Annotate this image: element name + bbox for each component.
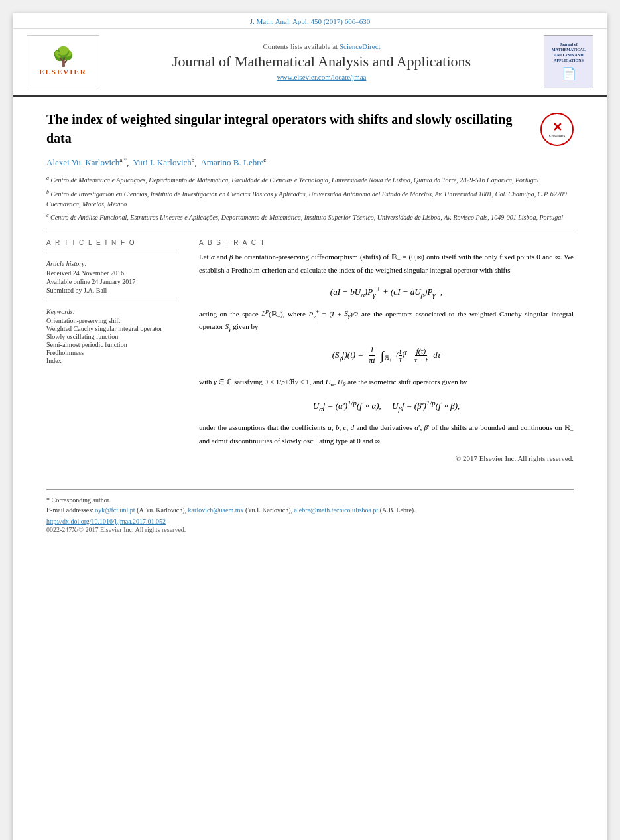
author-3-sup: c xyxy=(263,157,266,163)
crossmark-label: CrossMark xyxy=(549,133,565,138)
author-2-sup: b xyxy=(192,157,195,163)
abstract-paragraph-3: with γ ∈ ℂ satisfying 0 < 1/p+ℜγ < 1, an… xyxy=(199,376,574,389)
abstract-paragraph-1: Let α and β be orientation-preserving di… xyxy=(199,251,574,276)
elsevier-brand: ELSEVIER xyxy=(39,68,87,76)
abstract-col: A B S T R A C T Let α and β be orientati… xyxy=(199,239,574,462)
operator-formula: (aI − bUα)Pγ+ + (cI − dUβ)Pγ−, xyxy=(199,285,574,299)
article-info-label: A R T I C L E I N F O xyxy=(46,239,179,246)
affiliation-a: a Centro de Matemática e Aplicações, Dep… xyxy=(46,175,574,185)
page: J. Math. Anal. Appl. 450 (2017) 606–630 … xyxy=(13,13,607,840)
author-2-link[interactable]: Yuri I. Karlovich xyxy=(133,157,191,167)
history-label: Article history: xyxy=(46,260,179,267)
journal-center: Contents lists available at ScienceDirec… xyxy=(110,42,533,81)
issn-line: 0022-247X/© 2017 Elsevier Inc. All right… xyxy=(46,526,574,533)
keyword-4: Semi-almost periodic function xyxy=(46,341,179,348)
author-3-link[interactable]: Amarino B. Lebre xyxy=(200,157,263,167)
author-1-sup: a,* xyxy=(119,157,127,163)
paper-title: The index of weighted singular integral … xyxy=(46,110,534,147)
authors-line: Alexei Yu. Karlovicha,*, Yuri I. Karlovi… xyxy=(46,157,574,168)
elsevier-tree-icon: 🌳 xyxy=(52,48,75,66)
email-2-author: (Yu.I. Karlovich), xyxy=(245,506,294,514)
available-date: Available online 24 January 2017 xyxy=(46,278,179,285)
two-col-section: A R T I C L E I N F O Article history: R… xyxy=(46,239,574,462)
paper-content: The index of weighted singular integral … xyxy=(13,97,607,476)
crossmark-badge: ✕ CrossMark xyxy=(540,113,574,146)
shift-formula: Uαf = (α′)1/p(f ∘ α), Uβf = (β′)1/p(f ∘ … xyxy=(199,399,574,413)
integral-formula: (Sγf)(t) = 1 πi ∫ℝ+ (tτ)γ f(τ) τ − t xyxy=(199,345,574,366)
journal-thumb-icon: 📄 xyxy=(562,66,576,81)
footer-content: * Corresponding author. E-mail addresses… xyxy=(13,490,607,540)
contents-prefix: Contents lists available at xyxy=(263,42,339,50)
citation-text: J. Math. Anal. Appl. 450 (2017) 606–630 xyxy=(250,17,371,25)
keyword-1: Orientation-preserving shift xyxy=(46,317,179,324)
journal-title: Journal of Mathematical Analysis and App… xyxy=(110,53,533,70)
elsevier-logo: 🌳 ELSEVIER xyxy=(27,35,99,88)
paper-title-area: The index of weighted singular integral … xyxy=(46,110,574,147)
email-label: E-mail addresses: xyxy=(46,506,95,514)
journal-url-link[interactable]: www.elsevier.com/locate/jmaa xyxy=(277,73,367,81)
submitted-by: Submitted by J.A. Ball xyxy=(46,287,179,294)
keyword-3: Slowly oscillating function xyxy=(46,333,179,340)
keyword-6: Index xyxy=(46,357,179,364)
article-info-col: A R T I C L E I N F O Article history: R… xyxy=(46,239,179,462)
email-3[interactable]: alebre@math.tecnico.ulisboa.pt xyxy=(294,506,379,514)
doi-anchor[interactable]: http://dx.doi.org/10.1016/j.jmaa.2017.01… xyxy=(46,518,166,525)
citation-bar: J. Math. Anal. Appl. 450 (2017) 606–630 xyxy=(13,13,607,29)
keyword-2: Weighted Cauchy singular integral operat… xyxy=(46,325,179,332)
doi-link: http://dx.doi.org/10.1016/j.jmaa.2017.01… xyxy=(46,518,574,525)
science-direct-link[interactable]: ScienceDirect xyxy=(340,42,381,50)
email-1[interactable]: oyk@fct.unl.pt xyxy=(95,506,135,514)
contents-availability: Contents lists available at ScienceDirec… xyxy=(110,42,533,50)
email-1-author: (A.Yu. Karlovich), xyxy=(137,506,188,514)
affiliations: a Centro de Matemática e Aplicações, Dep… xyxy=(46,175,574,222)
abstract-paragraph-4: under the assumptions that the coefficie… xyxy=(199,422,574,447)
keywords-divider xyxy=(46,301,179,301)
email-3-author: (A.B. Lebre). xyxy=(380,506,416,514)
copyright-line: © 2017 Elsevier Inc. All rights reserved… xyxy=(199,455,574,462)
email-2[interactable]: karlovich@uaem.mx xyxy=(188,506,244,514)
info-divider xyxy=(46,253,179,253)
received-date: Received 24 November 2016 xyxy=(46,269,179,277)
author-1-link[interactable]: Alexei Yu. Karlovich xyxy=(46,157,119,167)
keyword-5: Fredholmness xyxy=(46,349,179,356)
keywords-label: Keywords: xyxy=(46,308,179,315)
email-line: E-mail addresses: oyk@fct.unl.pt (A.Yu. … xyxy=(46,506,574,514)
abstract-paragraph-2: acting on the space Lp(ℝ+), where Pγ± = … xyxy=(199,307,574,334)
journal-thumbnail: Journal ofMATHEMATICALANALYSIS ANDAPPLIC… xyxy=(544,35,593,88)
affiliation-b: b Centro de Investigación en Ciencias, I… xyxy=(46,188,574,209)
section-divider xyxy=(46,232,574,232)
journal-url: www.elsevier.com/locate/jmaa xyxy=(110,73,533,81)
crossmark-icon: ✕ xyxy=(552,121,562,133)
journal-header: 🌳 ELSEVIER Contents lists available at S… xyxy=(13,29,607,97)
affiliation-c: c Centro de Análise Funcional, Estrutura… xyxy=(46,212,574,222)
abstract-label: A B S T R A C T xyxy=(199,239,574,246)
corresponding-note: * Corresponding author. xyxy=(46,496,574,504)
